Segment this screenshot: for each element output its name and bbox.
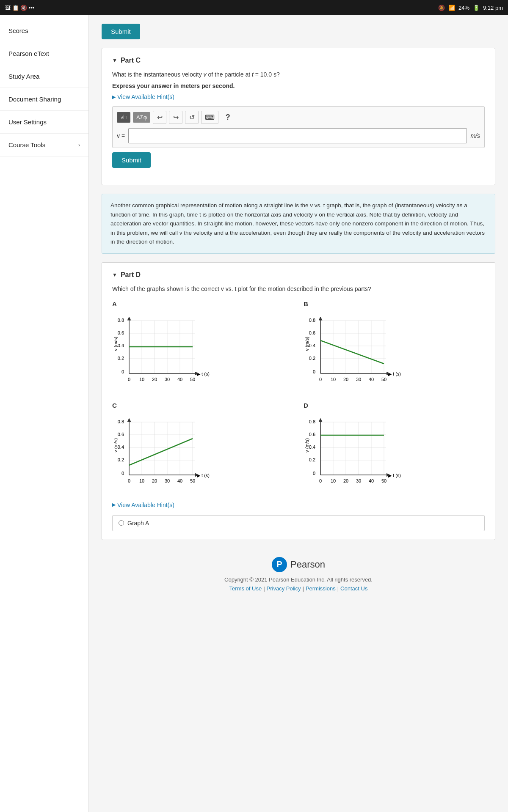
- graph-a-container: A 0.8 0.6 0.4 0.2 0 v (m/s) 0: [112, 300, 293, 392]
- sidebar: Scores Pearson eText Study Area Document…: [0, 15, 89, 812]
- svg-text:0: 0: [128, 377, 130, 382]
- sidebar-item-user-settings[interactable]: User Settings: [0, 111, 88, 134]
- terms-of-use-link[interactable]: Terms of Use: [229, 585, 262, 592]
- sidebar-label-pearson-etext: Pearson eText: [8, 50, 49, 57]
- part-d-header: ▼ Part D: [112, 271, 485, 279]
- svg-text:10: 10: [139, 478, 144, 483]
- part-d-question: Which of the graphs shown is the correct…: [112, 285, 485, 294]
- graph-d-svg: 0.8 0.6 0.4 0.2 0 v (m/s) 0 10 20 30 40 …: [304, 411, 401, 492]
- svg-text:0: 0: [121, 369, 124, 374]
- redo-btn[interactable]: ↪: [169, 111, 182, 124]
- svg-text:0.6: 0.6: [309, 432, 315, 437]
- part-c-hint-link[interactable]: ▶ View Available Hint(s): [112, 93, 485, 100]
- answer-row: v = m/s: [117, 128, 480, 143]
- svg-text:0.8: 0.8: [309, 318, 315, 323]
- svg-text:20: 20: [152, 377, 157, 382]
- sidebar-label-study-area: Study Area: [8, 73, 39, 80]
- svg-text:0.2: 0.2: [118, 457, 124, 462]
- mute-icon: 🔕: [438, 5, 445, 11]
- svg-text:30: 30: [165, 478, 170, 483]
- graph-a-radio[interactable]: [119, 520, 124, 526]
- part-c-bold-note: Express your answer in meters per second…: [112, 82, 485, 89]
- svg-text:20: 20: [152, 478, 157, 483]
- app-icons: 🖼 📋 🔇 •••: [5, 5, 35, 11]
- part-c-question: What is the instantaneous velocity v of …: [112, 70, 485, 79]
- privacy-policy-link[interactable]: Privacy Policy: [267, 585, 301, 592]
- graph-a-option-label: Graph A: [127, 520, 149, 527]
- svg-text:0: 0: [319, 377, 322, 382]
- graph-a-option[interactable]: Graph A: [112, 515, 485, 531]
- part-d-section: ▼ Part D Which of the graphs shown is th…: [102, 262, 495, 540]
- svg-text:30: 30: [165, 377, 170, 382]
- svg-text:0.2: 0.2: [309, 356, 315, 361]
- svg-text:50: 50: [190, 478, 195, 483]
- svg-text:v (m/s): v (m/s): [113, 438, 118, 453]
- pearson-logo-letter: P: [276, 560, 282, 569]
- svg-text:0.6: 0.6: [118, 432, 124, 437]
- part-c-section: ▼ Part C What is the instantaneous veloc…: [102, 48, 495, 185]
- footer-sep-2: |: [303, 585, 304, 592]
- svg-text:40: 40: [177, 377, 182, 382]
- svg-text:0: 0: [313, 369, 315, 374]
- graph-b-svg-wrapper: 0.8 0.6 0.4 0.2 0 v (m/s) 0 10 20 30 40 …: [304, 310, 485, 392]
- svg-text:30: 30: [356, 478, 361, 483]
- graph-a-svg-wrapper: 0.8 0.6 0.4 0.2 0 v (m/s) 0 10 20 30: [112, 310, 293, 392]
- part-c-collapse-icon[interactable]: ▼: [112, 58, 117, 63]
- part-d-hint-link[interactable]: ▶ View Available Hint(s): [112, 502, 485, 508]
- sidebar-label-document-sharing: Document Sharing: [8, 96, 61, 103]
- keyboard-btn[interactable]: ⌨: [201, 111, 218, 124]
- velocity-input[interactable]: [128, 128, 467, 143]
- graph-d-label: D: [304, 402, 485, 409]
- alpha-sigma-btn[interactable]: ΑΣφ: [133, 112, 150, 123]
- svg-text:40: 40: [177, 478, 182, 483]
- svg-text:0.4: 0.4: [118, 343, 124, 348]
- svg-text:50: 50: [381, 478, 387, 483]
- sidebar-item-document-sharing[interactable]: Document Sharing: [0, 88, 88, 111]
- svg-text:0.2: 0.2: [309, 457, 315, 462]
- pearson-logo: P Pearson: [106, 557, 491, 572]
- part-c-math-toolbar: √□ ΑΣφ ↩ ↪ ↺ ⌨ ? v = m/s: [112, 106, 485, 148]
- chevron-right-icon: ›: [78, 142, 80, 148]
- pearson-name: Pearson: [290, 559, 325, 570]
- status-bar-right: 🔕 📶 24% 🔋 9:12 pm: [438, 5, 503, 11]
- svg-text:40: 40: [369, 478, 374, 483]
- svg-text:v (m/s): v (m/s): [304, 438, 309, 453]
- sidebar-label-scores: Scores: [8, 27, 28, 34]
- permissions-link[interactable]: Permissions: [306, 585, 336, 592]
- sidebar-item-pearson-etext[interactable]: Pearson eText: [0, 42, 88, 65]
- footer-links: Terms of Use | Privacy Policy | Permissi…: [106, 585, 491, 592]
- answer-label: v =: [117, 132, 125, 139]
- sidebar-label-course-tools: Course Tools: [8, 141, 45, 148]
- svg-text:0.8: 0.8: [118, 419, 124, 424]
- top-submit-button[interactable]: Submit: [102, 24, 140, 39]
- contact-us-link[interactable]: Contact Us: [340, 585, 367, 592]
- svg-text:30: 30: [356, 377, 361, 382]
- svg-text:40: 40: [369, 377, 374, 382]
- sidebar-item-scores[interactable]: Scores: [0, 19, 88, 42]
- svg-text:0.8: 0.8: [118, 318, 124, 323]
- svg-text:0: 0: [121, 471, 124, 476]
- graph-d-svg-wrapper: 0.8 0.6 0.4 0.2 0 v (m/s) 0 10 20 30 40 …: [304, 411, 485, 493]
- answer-unit: m/s: [470, 132, 480, 139]
- sidebar-item-study-area[interactable]: Study Area: [0, 65, 88, 88]
- undo-btn[interactable]: ↩: [153, 111, 166, 124]
- part-c-submit-button[interactable]: Submit: [112, 152, 151, 168]
- pearson-footer: P Pearson Copyright © 2021 Pearson Educa…: [102, 549, 495, 596]
- battery-icon: 🔋: [473, 5, 480, 11]
- svg-text:10: 10: [139, 377, 144, 382]
- part-c-hint-label: View Available Hint(s): [117, 93, 174, 100]
- part-d-collapse-icon[interactable]: ▼: [112, 272, 117, 278]
- info-box: Another common graphical representation …: [102, 194, 495, 254]
- graph-a-label: A: [112, 300, 293, 307]
- help-btn[interactable]: ?: [221, 111, 235, 124]
- graph-c-label: C: [112, 402, 293, 409]
- svg-text:10: 10: [331, 478, 336, 483]
- footer-sep-3: |: [337, 585, 339, 592]
- reset-btn[interactable]: ↺: [185, 111, 199, 124]
- info-box-text: Another common graphical representation …: [110, 201, 486, 247]
- svg-text:0.4: 0.4: [118, 444, 124, 450]
- part-d-hint-arrow-icon: ▶: [112, 502, 116, 508]
- sidebar-item-course-tools[interactable]: Course Tools ›: [0, 134, 88, 156]
- sqrt-icon-btn[interactable]: √□: [117, 112, 130, 123]
- svg-text:50: 50: [381, 377, 387, 382]
